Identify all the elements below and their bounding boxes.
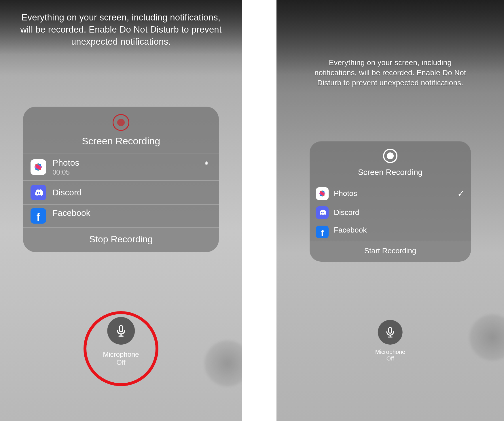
destination-photos[interactable]: Photos ✓ [310, 184, 471, 203]
destination-label: Discord [334, 208, 359, 217]
microphone-toggle-button[interactable] [378, 320, 403, 345]
microphone-icon [384, 326, 396, 338]
destination-facebook[interactable]: f Facebook [23, 204, 219, 227]
facebook-icon: f [316, 226, 329, 238]
stop-recording-button[interactable]: Stop Recording [23, 227, 219, 252]
decorative-blur [204, 340, 242, 386]
microphone-label: Microphone [375, 349, 406, 355]
destination-label: Photos [334, 189, 357, 198]
destination-label: Facebook [334, 226, 367, 235]
svg-rect-19 [389, 327, 392, 333]
card-title: Screen Recording [315, 168, 465, 177]
photos-icon [316, 187, 329, 200]
destination-label: Photos [52, 158, 79, 168]
discord-icon [316, 206, 329, 219]
microphone-toggle-button[interactable] [107, 317, 135, 345]
notice-text: Everything on your screen, including not… [17, 12, 225, 48]
microphone-state: Off [375, 355, 406, 362]
destination-photos[interactable]: Photos 00:05 [23, 154, 219, 180]
photos-icon [31, 159, 46, 175]
screen-recording-card: Screen Recording [23, 107, 219, 252]
phone-left: Everything on your screen, including not… [0, 0, 242, 421]
destination-label: Facebook [52, 208, 90, 218]
facebook-icon: f [31, 208, 46, 224]
svg-rect-8 [120, 326, 123, 332]
destination-label: Discord [52, 188, 82, 197]
microphone-label: Microphone [103, 350, 139, 358]
destination-list: Photos ✓ Discord f Facebook [310, 184, 471, 241]
discord-icon [31, 185, 46, 200]
card-header: Screen Recording [310, 141, 471, 184]
card-header: Screen Recording [23, 107, 219, 154]
loading-spinner-icon [202, 162, 211, 172]
decorative-blur [469, 314, 504, 360]
recording-duration: 00:05 [52, 168, 79, 176]
destination-discord[interactable]: Discord [23, 180, 219, 204]
destination-list: Photos 00:05 Discord f [23, 154, 219, 227]
screen-recording-card: Screen Recording [310, 141, 471, 262]
microphone-section: Microphone Off [103, 317, 139, 367]
record-active-icon [113, 114, 129, 131]
microphone-icon [115, 324, 127, 337]
notice-text: Everything on your screen, including not… [310, 58, 471, 88]
record-idle-icon [383, 149, 397, 163]
destination-discord[interactable]: Discord [310, 203, 471, 222]
microphone-section: Microphone Off [375, 320, 406, 362]
checkmark-icon: ✓ [457, 188, 465, 199]
start-recording-button[interactable]: Start Recording [310, 241, 471, 262]
phone-right: Everything on your screen, including not… [276, 0, 504, 421]
microphone-state: Off [103, 358, 139, 367]
card-title: Screen Recording [29, 135, 213, 147]
destination-facebook[interactable]: f Facebook [310, 222, 471, 241]
